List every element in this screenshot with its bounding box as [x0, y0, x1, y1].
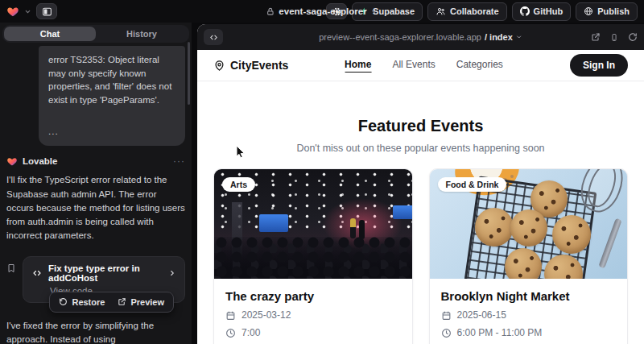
nav-link-categories[interactable]: Categories: [456, 59, 503, 73]
message-hover-toolbar: Restore Preview: [49, 292, 174, 313]
chat-sidebar: Chat History error TS2353: Object litera…: [0, 23, 192, 344]
publish-button[interactable]: Publish: [576, 2, 638, 21]
clock-icon: [441, 328, 452, 338]
chevron-down-icon[interactable]: [24, 8, 31, 15]
collaborate-label: Collaborate: [450, 6, 499, 16]
lock-icon: [266, 7, 275, 16]
code-change-row: Fix type type error in addCoHost View co…: [6, 256, 185, 303]
speaker-silhouette: [350, 218, 356, 238]
event-card-brooklyn-market[interactable]: Food & Drink Brooklyn Night Market 2025-…: [429, 168, 629, 344]
open-in-new-window-icon[interactable]: [591, 32, 601, 42]
event-cards: Arts The crazy party 2025-03-12 7:00 Bar…: [197, 168, 644, 344]
restore-button[interactable]: Restore: [53, 295, 110, 309]
github-label: GitHub: [534, 6, 564, 16]
preview-browser-bar: preview--event-saga-explorer.lovable.app…: [197, 24, 644, 50]
assistant-outro-text: I've fixed the error by simplifying the …: [6, 319, 185, 344]
sidebar-scrollbar[interactable]: [188, 42, 190, 105]
event-title: The crazy party: [225, 289, 401, 303]
whisk-handle: [598, 218, 621, 268]
chevron-right-icon: [168, 269, 176, 277]
app-topbar: event-saga-explorer Supabase Collaborate: [0, 0, 644, 23]
event-time: 6:00 PM - 11:00 PM: [457, 327, 543, 338]
event-image-cookies: Food & Drink: [430, 169, 628, 279]
chevron-down-icon: [516, 34, 522, 40]
code-card-header: Fix type type error in addCoHost: [31, 263, 176, 283]
calendar-icon: [225, 310, 236, 321]
event-time-row: 7:00: [225, 327, 401, 338]
clock-icon: [225, 328, 236, 338]
projector-screen: [259, 214, 288, 232]
people-icon: [436, 6, 446, 16]
chat-messages: error TS2353: Object literal may only sp…: [0, 43, 192, 344]
collaborate-button[interactable]: Collaborate: [427, 2, 507, 21]
globe-icon: [584, 6, 593, 16]
toggle-sidebar-button[interactable]: [36, 3, 57, 19]
preview-path: / index: [485, 32, 513, 42]
tab-chat[interactable]: Chat: [4, 27, 96, 41]
event-card-crazy-party[interactable]: Arts The crazy party 2025-03-12 7:00 Bar…: [213, 168, 413, 344]
speaker-silhouette: [359, 220, 365, 239]
preview-bar-actions: [591, 32, 638, 43]
publish-label: Publish: [597, 6, 630, 16]
event-card-body: The crazy party 2025-03-12 7:00 Barcelon…: [214, 279, 412, 344]
bookmark-icon[interactable]: [6, 263, 16, 274]
code-icon: [31, 268, 43, 278]
assistant-name: Lovable: [23, 156, 57, 166]
site-brand-name: CityEvents: [230, 59, 288, 72]
nav-link-home[interactable]: Home: [345, 59, 371, 73]
site-navbar: CityEvents Home All Events Categories Si…: [197, 50, 644, 81]
user-message-text: error TS2353: Object literal may only sp…: [48, 53, 175, 107]
featured-events-heading: Featured Events: [197, 117, 644, 135]
site-content: CityEvents Home All Events Categories Si…: [197, 50, 644, 344]
preview-url-bar[interactable]: preview--event-saga-explorer.lovable.app…: [319, 32, 522, 42]
event-image-conference: Arts: [214, 169, 412, 279]
code-card-title: Fix type type error in addCoHost: [48, 263, 163, 283]
category-badge: Arts: [222, 177, 255, 192]
event-date: 2025-03-12: [242, 309, 291, 321]
preview-panel: preview--event-saga-explorer.lovable.app…: [197, 24, 644, 344]
preview-url: preview--event-saga-explorer.lovable.app: [319, 32, 481, 42]
featured-events-subheading: Don't miss out on these popular events h…: [197, 143, 644, 154]
audience-silhouettes: [214, 237, 412, 279]
chevron-down-icon: [371, 8, 378, 15]
github-icon: [520, 6, 530, 16]
projector-screen: [393, 205, 411, 219]
event-date-row: 2025-06-15: [441, 309, 617, 321]
restore-icon: [59, 297, 68, 306]
user-message-bubble: error TS2353: Object literal may only sp…: [39, 46, 185, 146]
event-time: 7:00: [242, 327, 260, 338]
cookie: [552, 215, 591, 254]
lovable-logo-icon[interactable]: [6, 6, 19, 18]
nav-link-all-events[interactable]: All Events: [392, 59, 435, 73]
project-name: event-saga-explorer: [279, 6, 366, 16]
restore-label: Restore: [72, 297, 105, 307]
site-brand[interactable]: CityEvents: [213, 59, 288, 72]
tab-history[interactable]: History: [96, 27, 188, 41]
preview-button[interactable]: Preview: [112, 295, 170, 309]
chat-history-tabs: Chat History: [2, 25, 189, 43]
lovable-heart-icon: [6, 156, 18, 167]
assistant-intro-text: I'll fix the TypeScript error related to…: [6, 173, 185, 242]
mobile-view-icon[interactable]: [610, 32, 618, 43]
site-nav-links: Home All Events Categories: [345, 59, 503, 73]
outro-text-part: I've fixed the error by simplifying the …: [6, 321, 154, 344]
event-date-row: 2025-03-12: [225, 309, 401, 321]
refresh-icon[interactable]: [628, 32, 638, 42]
user-message-ellipsis: ...: [48, 125, 175, 139]
project-switcher[interactable]: event-saga-explorer: [266, 6, 378, 16]
external-link-icon: [118, 297, 126, 306]
category-badge: Food & Drink: [438, 177, 507, 192]
more-options-icon[interactable]: ···: [173, 155, 185, 167]
calendar-icon: [441, 310, 452, 321]
event-time-row: 6:00 PM - 11:00 PM: [441, 327, 617, 338]
sign-in-button[interactable]: Sign In: [570, 54, 628, 77]
map-pin-icon: [213, 60, 225, 72]
event-title: Brooklyn Night Market: [441, 289, 617, 303]
cookie: [475, 208, 514, 247]
event-date: 2025-06-15: [457, 309, 506, 321]
event-card-body: Brooklyn Night Market 2025-06-15 6:00 PM…: [430, 279, 628, 344]
github-button[interactable]: GitHub: [512, 2, 572, 21]
assistant-header: Lovable ···: [6, 155, 185, 167]
cookie: [505, 248, 542, 279]
code-view-button[interactable]: [204, 29, 223, 45]
